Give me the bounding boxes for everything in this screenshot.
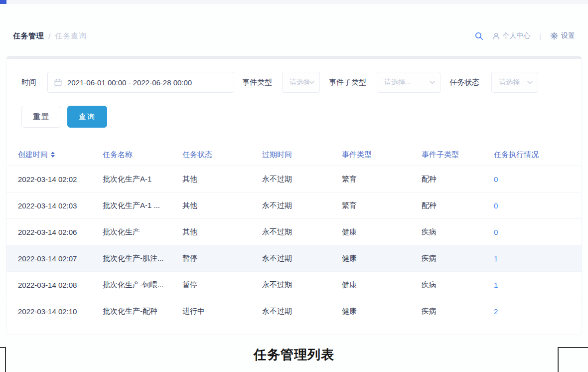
cell-expire-time: 永不过期: [262, 175, 342, 184]
cell-event-subtype: 疾病: [422, 280, 494, 290]
cell-created-time: 2022-03-14 02:03: [18, 201, 103, 210]
column-header-status: 任务状态: [182, 150, 262, 160]
cell-task-status: 其他: [182, 227, 262, 237]
task-status-label: 任务状态: [449, 78, 479, 87]
query-button[interactable]: 查询: [67, 106, 107, 128]
column-header-expire: 过期时间: [262, 150, 342, 160]
cell-task-status: 其他: [182, 201, 262, 210]
gear-icon: [550, 32, 558, 40]
cell-event-type: 繁育: [342, 201, 422, 210]
personal-center-button[interactable]: 个人中心: [492, 31, 531, 40]
cell-event-subtype: 配种: [422, 175, 494, 184]
cell-created-time: 2022-03-14 02:10: [18, 307, 103, 316]
user-icon: [492, 32, 500, 40]
task-status-placeholder: 请选择: [499, 78, 520, 87]
figure-caption: 任务管理列表: [0, 346, 588, 364]
column-header-created[interactable]: 创建时间: [18, 150, 103, 160]
table-row[interactable]: 2022-03-14 02:06 批次化生产 其他 永不过期 健康 疾病 0: [6, 218, 582, 245]
bottom-right-crop-box: [558, 347, 588, 372]
cell-created-time: 2022-03-14 02:02: [18, 175, 103, 184]
cell-task-status: 暂停: [182, 254, 262, 263]
column-header-name: 任务名称: [103, 150, 182, 160]
top-left-corner-mark: [0, 0, 6, 4]
task-table: 创建时间 任务名称 任务状态 过期时间 事件类型 事件子类型 任务执行情况 20…: [6, 144, 582, 324]
bottom-left-crop-box: [0, 347, 6, 372]
cell-task-status: 暂停: [182, 280, 262, 290]
date-range-input[interactable]: 2021-06-01 00:00 - 2022-06-28 00:00: [47, 72, 234, 93]
cell-execution-count-link[interactable]: 1: [494, 254, 582, 263]
cell-expire-time: 永不过期: [262, 307, 342, 316]
event-type-placeholder: 请选择: [290, 78, 309, 87]
content-card: 时间 2021-06-01 00:00 - 2022-06-28 00:00 事…: [6, 56, 582, 335]
header-bar: 任务管理 / 任务查询 个人中心 |: [0, 24, 588, 48]
table-row[interactable]: 2022-03-14 02:10 批次化生产-配种 进行中 永不过期 健康 疾病…: [6, 298, 582, 324]
search-icon[interactable]: [475, 32, 483, 40]
cell-task-name: 批次化生产-饲喂...: [103, 280, 182, 290]
page: 任务管理 / 任务查询 个人中心 |: [0, 0, 588, 372]
filter-bar: 时间 2021-06-01 00:00 - 2022-06-28 00:00 事…: [6, 59, 582, 93]
header-utilities: 个人中心 | 设置: [475, 31, 575, 40]
cell-expire-time: 永不过期: [262, 201, 342, 210]
column-header-event-subtype: 事件子类型: [422, 150, 494, 160]
chevron-down-icon: [527, 81, 533, 84]
cell-event-subtype: 疾病: [422, 254, 494, 263]
time-filter-label: 时间: [21, 78, 36, 87]
event-type-select[interactable]: 请选择: [282, 72, 320, 93]
header-divider: |: [540, 32, 541, 40]
table-body: 2022-03-14 02:02 批次化生产A-1 其他 永不过期 繁育 配种 …: [6, 166, 582, 324]
cell-task-status: 其他: [182, 175, 262, 184]
cell-task-name: 批次化生产: [103, 227, 182, 237]
personal-center-label: 个人中心: [503, 31, 531, 40]
cell-event-type: 健康: [342, 307, 422, 316]
cell-event-type: 健康: [342, 254, 422, 263]
cell-created-time: 2022-03-14 02:06: [18, 228, 103, 236]
calendar-icon: [54, 79, 62, 86]
cell-expire-time: 永不过期: [262, 280, 342, 290]
table-row[interactable]: 2022-03-14 02:02 批次化生产A-1 其他 永不过期 繁育 配种 …: [6, 166, 582, 192]
cell-execution-count-link[interactable]: 1: [494, 281, 582, 289]
column-header-event-type: 事件类型: [342, 150, 422, 160]
cell-event-type: 繁育: [342, 175, 422, 184]
column-header-execution: 任务执行情况: [494, 150, 582, 160]
table-header-row: 创建时间 任务名称 任务状态 过期时间 事件类型 事件子类型 任务执行情况: [6, 144, 582, 166]
cell-task-name: 批次化生产A-1: [103, 175, 182, 184]
cell-event-subtype: 配种: [422, 201, 494, 210]
sort-icon[interactable]: [51, 152, 55, 158]
breadcrumb-section[interactable]: 任务管理: [13, 31, 44, 41]
event-subtype-select[interactable]: 请选择...: [377, 72, 441, 93]
cell-execution-count-link[interactable]: 0: [494, 228, 582, 236]
event-subtype-placeholder: 请选择...: [384, 78, 411, 87]
cell-event-subtype: 疾病: [422, 227, 494, 237]
cell-execution-count-link[interactable]: 0: [494, 201, 582, 210]
cell-execution-count-link[interactable]: 0: [494, 175, 582, 184]
breadcrumb: 任务管理 / 任务查询: [13, 31, 87, 41]
cell-event-type: 健康: [342, 280, 422, 290]
cell-event-type: 健康: [342, 227, 422, 237]
chevron-down-icon: [309, 81, 314, 84]
cell-created-time: 2022-03-14 02:07: [18, 254, 103, 263]
settings-label: 设置: [561, 31, 575, 40]
action-buttons: 重置 查询: [6, 93, 582, 128]
table-row[interactable]: 2022-03-14 02:08 批次化生产-饲喂... 暂停 永不过期 健康 …: [6, 271, 582, 298]
chevron-down-icon: [430, 81, 435, 84]
breadcrumb-current: 任务查询: [55, 31, 87, 41]
table-row[interactable]: 2022-03-14 02:03 批次化生产A-1 ... 其他 永不过期 繁育…: [6, 192, 582, 218]
cell-task-status: 进行中: [182, 307, 262, 316]
cell-execution-count-link[interactable]: 2: [494, 307, 582, 316]
reset-button[interactable]: 重置: [21, 106, 61, 128]
cell-expire-time: 永不过期: [262, 227, 342, 237]
top-edge-strip: [0, 0, 588, 3]
event-subtype-label: 事件子类型: [329, 78, 366, 87]
table-row[interactable]: 2022-03-14 02:07 批次化生产-肌注... 暂停 永不过期 健康 …: [6, 245, 582, 271]
task-status-select[interactable]: 请选择: [491, 72, 538, 93]
cell-task-name: 批次化生产-配种: [103, 307, 182, 316]
date-range-value: 2021-06-01 00:00 - 2022-06-28 00:00: [67, 78, 192, 87]
cell-created-time: 2022-03-14 02:08: [18, 281, 103, 289]
event-type-label: 事件类型: [242, 78, 272, 87]
cell-task-name: 批次化生产A-1 ...: [103, 201, 182, 210]
settings-button[interactable]: 设置: [550, 31, 575, 40]
breadcrumb-separator: /: [48, 32, 50, 40]
cell-event-subtype: 疾病: [422, 307, 494, 316]
cell-task-name: 批次化生产-肌注...: [103, 254, 182, 263]
cell-expire-time: 永不过期: [262, 254, 342, 263]
